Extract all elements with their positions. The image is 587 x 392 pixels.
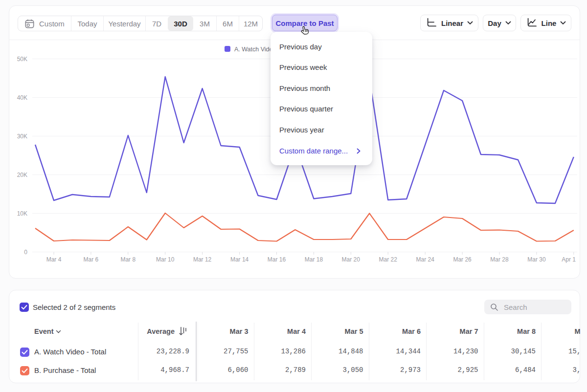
svg-text:Mar 18: Mar 18 [305,256,323,263]
svg-text:Mar 28: Mar 28 [490,256,509,263]
svg-text:Mar 20: Mar 20 [342,256,361,263]
svg-text:Apr 1: Apr 1 [562,256,576,263]
svg-text:20K: 20K [17,172,27,178]
svg-text:Mar 30: Mar 30 [527,256,546,263]
svg-text:40K: 40K [17,94,27,101]
svg-text:Mar 24: Mar 24 [416,256,435,263]
svg-text:0: 0 [24,249,27,256]
svg-text:30K: 30K [17,133,27,140]
svg-text:10K: 10K [17,210,27,217]
svg-text:Mar 12: Mar 12 [193,256,212,263]
svg-text:Mar 22: Mar 22 [379,256,398,263]
svg-text:Mar 14: Mar 14 [230,256,249,263]
svg-text:Mar 16: Mar 16 [268,256,286,263]
svg-text:Mar 6: Mar 6 [84,256,99,263]
svg-text:50K: 50K [17,56,27,63]
svg-text:Mar 26: Mar 26 [453,256,472,263]
svg-text:Mar 10: Mar 10 [156,256,175,263]
svg-text:Mar 8: Mar 8 [120,256,135,263]
svg-text:Mar 4: Mar 4 [46,256,62,263]
